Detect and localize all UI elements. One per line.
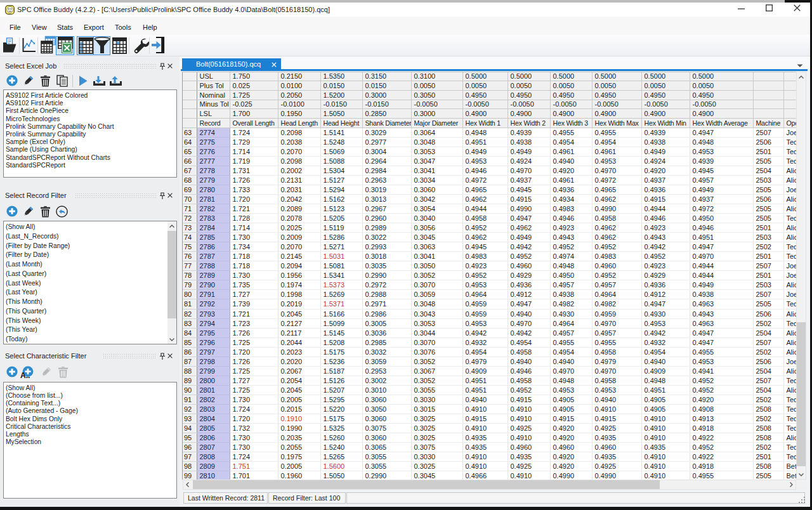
svg-text:A..: A.. [20, 371, 30, 380]
